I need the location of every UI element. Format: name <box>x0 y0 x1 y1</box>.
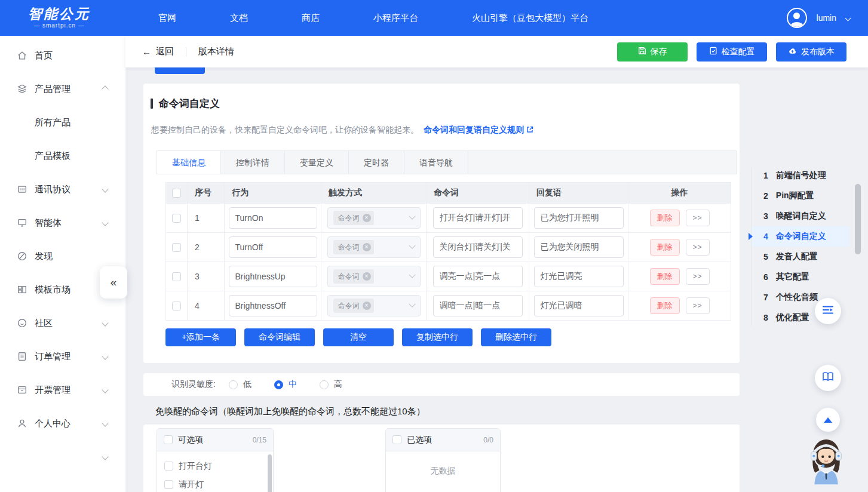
sidebar-item-agent[interactable]: 智能体 <box>0 206 125 239</box>
save-button[interactable]: 保存 <box>617 42 688 61</box>
sidebar-item-personal-center[interactable]: 个人中心 <box>0 407 125 440</box>
expand-row-button[interactable]: >> <box>686 239 710 256</box>
user-menu[interactable]: lumin <box>787 0 850 36</box>
nav-item-official-site[interactable]: 官网 <box>131 0 203 36</box>
source-select-all-checkbox[interactable] <box>164 435 173 444</box>
behavior-input[interactable] <box>229 207 317 229</box>
header-behavior: 行为 <box>225 183 321 203</box>
delete-row-button[interactable]: 删除 <box>650 268 680 285</box>
tab-timer[interactable]: 定时器 <box>349 151 404 174</box>
anchor-item-voice-config[interactable]: 5发音人配置 <box>752 247 849 267</box>
command-input[interactable] <box>433 236 523 258</box>
logo[interactable]: 智能公元 — smartpi.cn — <box>22 7 97 29</box>
page-scrollbar-thumb[interactable] <box>855 184 861 254</box>
sidebar-item-product-management[interactable]: 产品管理 <box>0 72 125 106</box>
save-icon <box>638 47 646 57</box>
anchor-item-wakeword[interactable]: 3唤醒词自定义 <box>752 206 849 226</box>
tag-remove-icon[interactable]: × <box>363 243 371 251</box>
anchor-item-command-word[interactable]: 4命令词自定义 <box>752 226 849 247</box>
row-checkbox[interactable] <box>172 243 181 252</box>
check-doc-icon <box>709 47 717 57</box>
panel-scrollbar[interactable] <box>268 454 272 492</box>
anchor-item-pin-config[interactable]: 2Pin脚配置 <box>752 186 849 206</box>
sidebar-item-label: 通讯协议 <box>35 184 70 195</box>
reply-input[interactable] <box>534 207 624 229</box>
anchor-item-other-config[interactable]: 6其它配置 <box>752 267 849 287</box>
docs-fab[interactable] <box>815 365 841 391</box>
behavior-input[interactable] <box>229 295 317 316</box>
row-checkbox[interactable] <box>172 272 181 281</box>
header-actions: 保存 检查配置 发布版本 <box>617 42 846 61</box>
reply-input[interactable] <box>534 236 624 258</box>
tab-control-detail[interactable]: 控制详情 <box>221 151 285 174</box>
publish-version-button[interactable]: 发布版本 <box>776 42 846 61</box>
tab-voice-navigation[interactable]: 语音导航 <box>404 151 468 174</box>
row-checkbox[interactable] <box>172 214 181 223</box>
edit-commands-button[interactable]: 命令词编辑 <box>244 328 315 346</box>
back-button[interactable]: ← 返回 <box>142 46 174 57</box>
behavior-input[interactable] <box>229 236 317 258</box>
trigger-select[interactable]: 命令词× <box>327 207 421 229</box>
trigger-select[interactable]: 命令词× <box>327 295 421 316</box>
chevron-down-icon <box>102 186 108 192</box>
radio-sensitivity-medium[interactable]: 中 <box>274 379 297 390</box>
delete-row-button[interactable]: 删除 <box>650 210 680 226</box>
command-input[interactable] <box>433 266 523 287</box>
sidebar-item-community[interactable]: 社区 <box>0 306 125 340</box>
command-input[interactable] <box>433 295 523 316</box>
username: lumin <box>817 13 836 23</box>
select-all-checkbox[interactable] <box>172 189 181 198</box>
transfer-item[interactable]: 打开台灯 <box>157 457 273 475</box>
expand-row-button[interactable]: >> <box>686 297 710 314</box>
sidebar-item-invoice-management[interactable]: 开票管理 <box>0 373 125 407</box>
target-select-all-checkbox[interactable] <box>392 435 401 444</box>
item-checkbox[interactable] <box>164 480 173 489</box>
copy-selected-button[interactable]: 复制选中行 <box>402 328 473 346</box>
expand-row-button[interactable]: >> <box>686 210 710 226</box>
tag-remove-icon[interactable]: × <box>363 302 371 310</box>
sidebar-item-all-products[interactable]: 所有产品 <box>0 106 125 139</box>
trigger-select[interactable]: 命令词× <box>327 266 421 287</box>
assistant-mascot[interactable] <box>807 435 845 487</box>
clear-button[interactable]: 清空 <box>323 328 394 346</box>
anchor-menu-fab[interactable] <box>815 298 841 324</box>
compass-icon <box>16 250 28 262</box>
radio-sensitivity-high[interactable]: 高 <box>320 379 342 390</box>
sidebar-item-more[interactable] <box>0 440 125 473</box>
delete-row-button[interactable]: 删除 <box>650 297 680 314</box>
check-config-button[interactable]: 检查配置 <box>697 42 767 61</box>
divider <box>186 47 186 57</box>
back-to-top-fab[interactable] <box>816 408 840 432</box>
tag-remove-icon[interactable]: × <box>363 214 371 222</box>
reply-input[interactable] <box>534 295 624 316</box>
sidebar-item-home[interactable]: 首页 <box>0 39 125 72</box>
trigger-select[interactable]: 命令词× <box>327 236 421 258</box>
radio-label: 高 <box>334 379 342 390</box>
anchor-item-frontend-signal[interactable]: 1前端信号处理 <box>752 165 849 186</box>
transfer-item[interactable]: 请开灯 <box>157 475 273 492</box>
add-row-button[interactable]: +添加一条 <box>165 328 236 346</box>
sidebar-collapse-button[interactable]: « <box>100 266 127 299</box>
tab-basic-info[interactable]: 基础信息 <box>157 151 221 174</box>
reply-input[interactable] <box>534 266 624 287</box>
nav-item-miniprogram[interactable]: 小程序平台 <box>346 0 445 36</box>
rules-link[interactable]: 命令词和回复语自定义规则 <box>424 125 533 136</box>
item-checkbox[interactable] <box>164 462 173 471</box>
nav-item-volcano-platform[interactable]: 火山引擎（豆包大模型）平台 <box>445 0 615 36</box>
row-checkbox[interactable] <box>172 302 181 310</box>
nav-item-docs[interactable]: 文档 <box>203 0 275 36</box>
chevron-down-icon <box>102 386 108 393</box>
delete-selected-button[interactable]: 删除选中行 <box>481 328 551 346</box>
sidebar-item-product-templates[interactable]: 产品模板 <box>0 139 125 173</box>
sidebar-item-protocol[interactable]: 通讯协议 <box>0 173 125 206</box>
command-input[interactable] <box>433 207 523 229</box>
expand-row-button[interactable]: >> <box>686 268 710 285</box>
tag-remove-icon[interactable]: × <box>363 272 371 281</box>
nav-item-store[interactable]: 商店 <box>275 0 346 36</box>
radio-sensitivity-low[interactable]: 低 <box>229 379 251 390</box>
sidebar-item-label: 个人中心 <box>35 418 70 429</box>
delete-row-button[interactable]: 删除 <box>650 239 680 256</box>
behavior-input[interactable] <box>229 266 317 287</box>
sidebar-item-order-management[interactable]: 订单管理 <box>0 340 125 373</box>
tab-variable-definition[interactable]: 变量定义 <box>285 151 349 174</box>
